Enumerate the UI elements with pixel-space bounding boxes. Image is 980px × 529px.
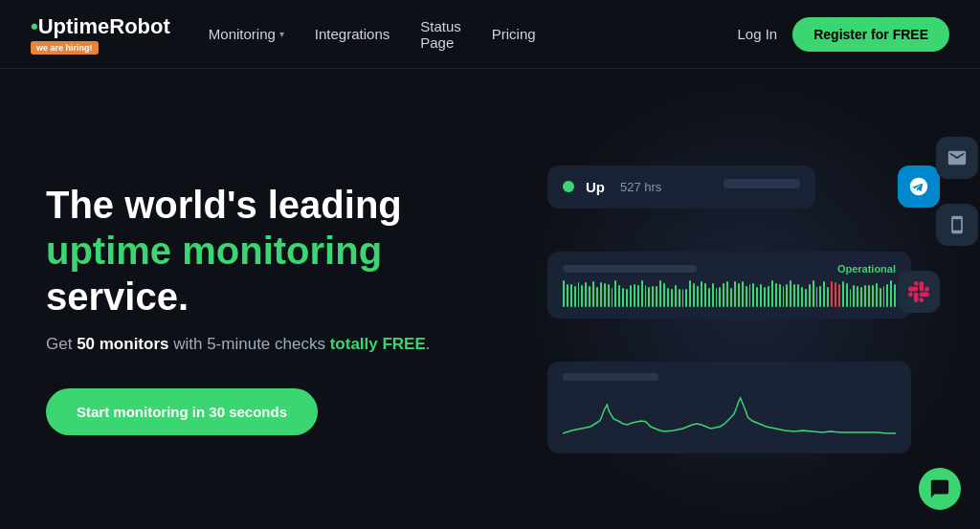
uptime-bar [813, 280, 814, 306]
uptime-bar [723, 283, 724, 306]
hero-left: The world's leading uptime monitoring se… [0, 69, 517, 529]
logo[interactable]: •UptimeRobot we are hiring! [31, 14, 170, 55]
chat-fab-button[interactable] [919, 468, 961, 510]
register-button[interactable]: Register for FREE [792, 17, 949, 52]
uptime-bar [894, 284, 896, 307]
telegram-icon [898, 165, 940, 208]
nav-integrations[interactable]: Integrations [315, 26, 390, 42]
uptime-bar [771, 280, 773, 306]
uptime-bar [589, 286, 590, 306]
uptime-bar [719, 287, 721, 306]
uptime-bar [685, 289, 687, 306]
cta-button[interactable]: Start monitoring in 30 seconds [46, 388, 318, 435]
uptime-bar [675, 285, 677, 307]
uptime-bar [756, 287, 758, 306]
uptime-bar [701, 281, 702, 306]
logo-wordmark: UptimeRobot [38, 14, 170, 38]
uptime-bar [667, 288, 669, 307]
uptime-bar [648, 287, 650, 307]
hiring-badge: we are hiring! [31, 41, 99, 55]
mobile-icon [936, 204, 978, 246]
uptime-bar [730, 288, 732, 306]
uptime-bar [645, 285, 647, 306]
uptime-bar [779, 284, 781, 306]
uptime-bar [716, 288, 718, 307]
uptime-bar [860, 287, 862, 307]
uptime-bar [816, 287, 818, 307]
response-card [547, 362, 911, 453]
hero-section: The world's leading uptime monitoring se… [0, 69, 980, 529]
hero-right: Up 527 hrs Operational [517, 69, 980, 529]
uptime-bar [857, 286, 858, 307]
uptime-bar [864, 285, 866, 307]
uptime-bar [880, 288, 881, 307]
uptime-bars [563, 280, 896, 307]
uptime-bar [630, 285, 632, 307]
dashboard-preview: Up 527 hrs Operational [547, 137, 949, 462]
uptime-bar [634, 284, 635, 307]
uptime-bar [637, 285, 639, 307]
uptime-bar [663, 283, 665, 307]
uptime-bar [831, 281, 833, 306]
uptime-bar [768, 286, 769, 307]
uptime-bar [752, 283, 754, 306]
status-up-dot [563, 181, 574, 192]
uptime-bar [842, 281, 844, 306]
uptime-bar [726, 281, 728, 307]
status-hours: 527 hrs [620, 180, 661, 194]
uptime-bar [838, 284, 840, 306]
uptime-bar [712, 283, 714, 306]
nav-monitoring[interactable]: Monitoring ▾ [209, 26, 284, 42]
uptime-bar [883, 286, 885, 306]
chevron-down-icon: ▾ [279, 29, 284, 39]
uptime-bar [734, 281, 736, 306]
uptime-bar [697, 286, 699, 306]
uptime-bar [746, 286, 747, 307]
uptime-bar [679, 289, 680, 307]
uptime-bar [793, 284, 795, 307]
status-label: Up [586, 179, 605, 195]
uptime-bar [742, 281, 744, 306]
uptime-bar [689, 280, 691, 307]
uptime-bar [614, 280, 616, 306]
uptime-bar [652, 286, 654, 307]
uptime-bar [797, 284, 799, 306]
uptime-bar [708, 288, 710, 307]
uptime-bar [890, 280, 892, 306]
operational-title-bar [563, 265, 697, 273]
uptime-bar [819, 286, 821, 307]
status-bar [724, 179, 800, 188]
hero-title: The world's leading uptime monitoring se… [46, 182, 486, 320]
uptime-bar [608, 284, 610, 306]
uptime-bar [868, 285, 870, 307]
uptime-bar [850, 289, 852, 307]
uptime-bar [592, 281, 594, 307]
uptime-bar [876, 283, 878, 307]
uptime-bar [578, 282, 580, 307]
login-button[interactable]: Log In [737, 26, 777, 42]
uptime-bar [563, 280, 565, 307]
nav-status-page[interactable]: Status Page [420, 18, 461, 51]
uptime-bar [618, 285, 620, 307]
uptime-bar [570, 284, 572, 307]
nav-pricing[interactable]: Pricing [492, 26, 536, 42]
uptime-bar [656, 286, 657, 307]
uptime-bar [801, 287, 803, 307]
uptime-bar [574, 286, 576, 307]
uptime-bar [775, 283, 777, 307]
uptime-bar [612, 288, 613, 306]
uptime-bar [581, 285, 583, 307]
uptime-bar [827, 287, 829, 306]
uptime-bar [596, 287, 598, 306]
uptime-bar [853, 285, 855, 306]
status-card: Up 527 hrs [547, 165, 815, 209]
operational-card: Operational [547, 252, 911, 319]
uptime-bar [846, 283, 848, 307]
uptime-bar [886, 284, 888, 306]
uptime-bar [783, 286, 785, 306]
email-icon [936, 137, 978, 179]
logo-dot: • [31, 14, 38, 38]
uptime-bar [693, 283, 695, 307]
slack-icon [898, 271, 940, 313]
uptime-bar [604, 283, 606, 307]
